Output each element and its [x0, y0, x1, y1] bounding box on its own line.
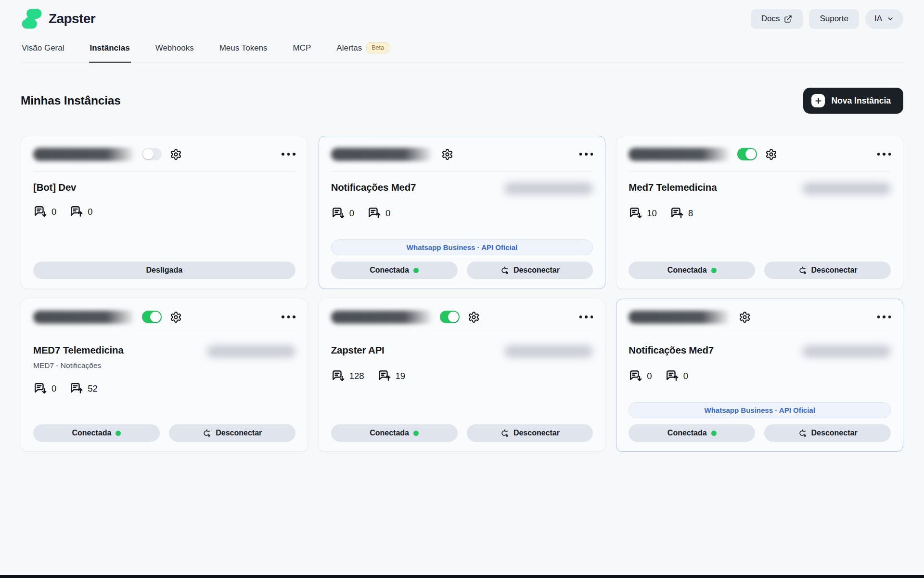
message-received-icon: [33, 381, 47, 395]
connected-status-button[interactable]: Conectada: [629, 424, 755, 442]
connected-status-button[interactable]: Conectada: [331, 424, 458, 442]
message-stats: 0 0: [331, 206, 593, 220]
sent-count: 52: [88, 383, 98, 394]
messages-received-stat: 0: [629, 369, 652, 383]
toggle-knob: [143, 149, 154, 159]
instance-card: [Bot] Dev 0 0: [21, 136, 308, 289]
message-received-icon: [331, 369, 345, 383]
connected-status-button[interactable]: Conectada: [629, 262, 755, 279]
tab-visão-geral[interactable]: Visão Geral: [21, 39, 65, 63]
card-divider: [331, 334, 593, 334]
docs-button[interactable]: Docs: [751, 9, 803, 29]
more-options-icon[interactable]: [877, 153, 891, 156]
message-stats: 0 0: [629, 369, 891, 383]
received-count: 0: [51, 383, 56, 394]
tab-instâncias[interactable]: Instâncias: [89, 39, 131, 63]
unplug-icon: [500, 429, 509, 438]
api-oficial-badge: Whatsapp Business · API Oficial: [331, 239, 593, 255]
messages-received-stat: 0: [33, 381, 56, 395]
beta-badge: Beta: [366, 42, 389, 53]
message-received-icon: [33, 205, 47, 219]
card-header: [629, 309, 891, 325]
chevron-down-icon: [886, 15, 894, 23]
card-divider: [331, 171, 593, 171]
instance-name: Notificações Med7: [331, 182, 416, 193]
redacted-instance-id: [629, 148, 731, 161]
page-head: Minhas Instâncias Nova Instância: [21, 88, 903, 114]
instance-name: Med7 Telemedicina: [629, 182, 717, 193]
instance-toggle[interactable]: [440, 311, 460, 323]
tab-label: Alertas: [336, 43, 362, 53]
messages-received-stat: 10: [629, 206, 657, 220]
connected-status-button[interactable]: Conectada: [33, 424, 160, 442]
disconnect-button[interactable]: Desconectar: [467, 424, 593, 442]
redacted-phone-number: [504, 345, 593, 357]
card-footer: Conectada Desconectar: [629, 424, 891, 442]
toggle-knob: [150, 312, 161, 322]
message-stats: 0 0: [33, 205, 295, 219]
top-bar: Zapster Docs Suporte IA: [21, 0, 903, 30]
tab-alertas[interactable]: AlertasBeta: [335, 39, 390, 63]
disconnect-button[interactable]: Desconectar: [764, 262, 891, 279]
disconnect-button[interactable]: Desconectar: [764, 424, 891, 442]
green-status-dot: [711, 268, 717, 273]
zapster-logo-icon: [21, 8, 43, 30]
instances-grid: [Bot] Dev 0 0: [21, 136, 903, 452]
more-options-icon[interactable]: [579, 315, 593, 318]
messages-sent-stat: 0: [367, 206, 390, 220]
status-off-button[interactable]: Desligada: [33, 262, 295, 279]
disconnect-button[interactable]: Desconectar: [169, 424, 295, 442]
ia-dropdown[interactable]: IA: [865, 9, 903, 29]
tab-mcp[interactable]: MCP: [292, 39, 312, 63]
tab-label: Meus Tokens: [219, 43, 268, 53]
instance-toggle[interactable]: [142, 311, 162, 323]
instance-card: Notificações Med7 0 0: [616, 299, 903, 452]
tab-webhooks[interactable]: Webhooks: [154, 39, 195, 63]
message-received-icon: [629, 369, 642, 383]
settings-gear-icon[interactable]: [765, 148, 777, 160]
settings-gear-icon[interactable]: [739, 311, 751, 323]
message-sent-icon: [69, 381, 83, 395]
instance-toggle[interactable]: [737, 148, 757, 160]
api-oficial-badge: Whatsapp Business · API Oficial: [629, 402, 891, 418]
card-header: [33, 146, 295, 162]
sent-count: 0: [385, 208, 390, 219]
brand-name: Zapster: [49, 11, 95, 26]
more-options-icon[interactable]: [282, 153, 295, 156]
redacted-instance-id: [331, 148, 433, 161]
message-received-icon: [629, 206, 642, 220]
more-options-icon[interactable]: [282, 315, 295, 318]
disconnect-button[interactable]: Desconectar: [467, 262, 593, 279]
settings-gear-icon[interactable]: [170, 311, 182, 323]
message-sent-icon: [367, 206, 381, 220]
instance-toggle[interactable]: [142, 148, 162, 160]
redacted-phone-number: [504, 183, 593, 195]
unplug-icon: [202, 429, 211, 438]
message-received-icon: [331, 206, 345, 220]
instance-name: Notificações Med7: [629, 344, 714, 356]
card-header: [33, 309, 295, 325]
more-options-icon[interactable]: [877, 315, 891, 318]
settings-gear-icon[interactable]: [170, 148, 182, 160]
card-divider: [33, 171, 295, 171]
received-count: 10: [647, 208, 657, 219]
card-header: [331, 309, 593, 325]
received-count: 0: [647, 371, 652, 381]
instance-card: Zapster API 128 19: [319, 299, 606, 452]
messages-received-stat: 128: [331, 369, 364, 383]
message-stats: 10 8: [629, 206, 891, 220]
support-label: Suporte: [820, 14, 848, 24]
messages-sent-stat: 52: [69, 381, 98, 395]
tab-meus-tokens[interactable]: Meus Tokens: [218, 39, 269, 63]
connected-status-button[interactable]: Conectada: [331, 262, 458, 279]
topbar-actions: Docs Suporte IA: [751, 9, 903, 29]
card-footer: Conectada Desconectar: [331, 424, 593, 442]
more-options-icon[interactable]: [579, 153, 593, 156]
support-button[interactable]: Suporte: [809, 9, 859, 29]
settings-gear-icon[interactable]: [468, 311, 480, 323]
card-header: [331, 146, 593, 162]
settings-gear-icon[interactable]: [441, 148, 453, 160]
redacted-instance-id: [33, 311, 135, 324]
new-instance-button[interactable]: Nova Instância: [803, 88, 903, 114]
card-divider: [629, 334, 891, 334]
